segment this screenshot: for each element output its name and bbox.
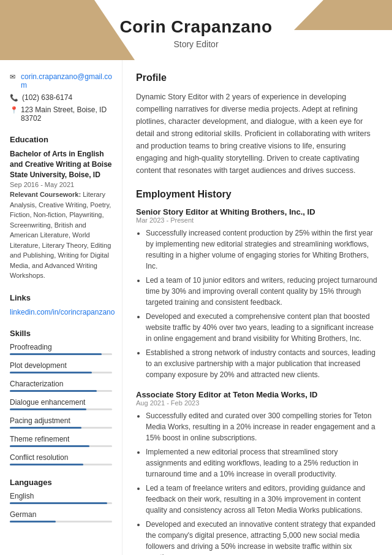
bullet: Developed and executed an innovative con… bbox=[146, 519, 379, 555]
employment-title: Employment History bbox=[136, 189, 379, 202]
bullet: Successfully increased content productio… bbox=[146, 228, 379, 272]
skill-name: Dialogue enhancement bbox=[10, 398, 112, 407]
language-name: German bbox=[10, 510, 112, 519]
address-text: 123 Main Street, Boise, ID 83702 bbox=[21, 105, 112, 123]
skill-name: Theme refinement bbox=[10, 435, 112, 443]
skill-bar-fill bbox=[10, 353, 102, 355]
skill-bar-fill bbox=[10, 445, 89, 447]
email-link[interactable]: corin.crapanzano@gmail.com bbox=[21, 72, 112, 90]
skill-name: Characterization bbox=[10, 380, 112, 388]
language-item: German bbox=[10, 510, 112, 522]
education-section: Education Bachelor of Arts in English an… bbox=[10, 135, 112, 281]
edu-date: Sep 2016 - May 2021 bbox=[10, 181, 112, 188]
skill-bar-bg bbox=[10, 408, 112, 410]
job-title: Senior Story Editor at Whiting Brothers,… bbox=[136, 207, 379, 216]
candidate-title: Story Editor bbox=[12, 39, 380, 49]
bullet: Led a team of freelance writers and edit… bbox=[146, 483, 379, 516]
skill-item: Proofreading bbox=[10, 343, 112, 355]
email-item: ✉ corin.crapanzano@gmail.com bbox=[10, 72, 112, 90]
main-content: Profile Dynamic Story Editor with 2 year… bbox=[123, 60, 392, 555]
bullet: Led a team of 10 junior editors and writ… bbox=[146, 275, 379, 308]
job-date: Mar 2023 - Present bbox=[136, 216, 379, 224]
coursework-label: Relevant Coursework: bbox=[10, 191, 81, 198]
skill-bar-bg bbox=[10, 464, 112, 465]
languages-section: Languages English German bbox=[10, 478, 112, 522]
bullet: Developed and executed a comprehensive c… bbox=[146, 311, 379, 344]
employment-section: Employment History Senior Story Editor a… bbox=[136, 189, 379, 555]
job-date: Aug 2021 - Feb 2023 bbox=[136, 399, 379, 407]
skills-section: Skills Proofreading Plot development Cha… bbox=[10, 329, 112, 465]
linkedin-item: linkedin.com/in/corincrapanzano bbox=[10, 307, 112, 316]
skills-label: Skills bbox=[10, 329, 112, 338]
skill-name: Plot development bbox=[10, 361, 112, 370]
skill-bar-bg bbox=[10, 353, 112, 355]
skill-item: Plot development bbox=[10, 361, 112, 373]
education-label: Education bbox=[10, 135, 112, 144]
header: Corin Crapanzano Story Editor bbox=[0, 0, 392, 60]
body-layout: ✉ corin.crapanzano@gmail.com 📞 (102) 638… bbox=[0, 60, 392, 555]
address-item: 📍 123 Main Street, Boise, ID 83702 bbox=[10, 105, 112, 123]
languages-container: English German bbox=[10, 492, 112, 522]
header-content: Corin Crapanzano Story Editor bbox=[12, 17, 380, 49]
skill-bar-fill bbox=[10, 390, 97, 392]
skill-bar-bg bbox=[10, 390, 112, 392]
phone-icon: 📞 bbox=[10, 94, 18, 102]
skill-bar-fill bbox=[10, 408, 86, 410]
skill-name: Pacing adjustment bbox=[10, 416, 112, 425]
skill-name: Conflict resolution bbox=[10, 453, 112, 462]
coursework-text: Literary Analysis, Creative Writing, Poe… bbox=[10, 191, 111, 279]
job-bullets: Successfully increased content productio… bbox=[136, 228, 379, 380]
languages-label: Languages bbox=[10, 478, 112, 487]
location-icon: 📍 bbox=[10, 106, 17, 114]
job-title: Associate Story Editor at Teton Media Wo… bbox=[136, 390, 379, 399]
linkedin-link[interactable]: linkedin.com/in/corincrapanzano bbox=[10, 308, 115, 316]
skill-bar-bg bbox=[10, 372, 112, 373]
skill-item: Dialogue enhancement bbox=[10, 398, 112, 410]
language-bar-fill bbox=[10, 502, 107, 504]
skill-item: Conflict resolution bbox=[10, 453, 112, 465]
skill-name: Proofreading bbox=[10, 343, 112, 351]
bullet: Established a strong network of industry… bbox=[146, 347, 379, 380]
skill-bar-bg bbox=[10, 427, 112, 429]
bullet: Implemented a new editorial process that… bbox=[146, 446, 379, 480]
bullet: Successfully edited and curated over 300… bbox=[146, 410, 379, 443]
links-label: Links bbox=[10, 293, 112, 302]
candidate-name: Corin Crapanzano bbox=[12, 17, 380, 37]
skill-bar-fill bbox=[10, 372, 92, 373]
language-name: English bbox=[10, 492, 112, 500]
language-bar-bg bbox=[10, 502, 112, 504]
language-bar-bg bbox=[10, 521, 112, 522]
edu-coursework: Relevant Coursework: Literary Analysis, … bbox=[10, 189, 112, 281]
job-item: Senior Story Editor at Whiting Brothers,… bbox=[136, 207, 379, 380]
phone-item: 📞 (102) 638-6174 bbox=[10, 93, 112, 102]
skill-item: Characterization bbox=[10, 380, 112, 392]
profile-title: Profile bbox=[136, 72, 379, 86]
jobs-container: Senior Story Editor at Whiting Brothers,… bbox=[136, 207, 379, 555]
profile-text: Dynamic Story Editor with 2 years of exp… bbox=[136, 91, 379, 177]
language-item: English bbox=[10, 492, 112, 504]
skill-item: Pacing adjustment bbox=[10, 416, 112, 429]
profile-section: Profile Dynamic Story Editor with 2 year… bbox=[136, 72, 379, 177]
skills-container: Proofreading Plot development Characteri… bbox=[10, 343, 112, 465]
skill-item: Theme refinement bbox=[10, 435, 112, 447]
skill-bar-bg bbox=[10, 445, 112, 447]
contact-section: ✉ corin.crapanzano@gmail.com 📞 (102) 638… bbox=[10, 72, 112, 123]
skill-bar-fill bbox=[10, 464, 83, 465]
job-item: Associate Story Editor at Teton Media Wo… bbox=[136, 390, 379, 555]
language-bar-fill bbox=[10, 521, 56, 522]
skill-bar-fill bbox=[10, 427, 81, 429]
sidebar: ✉ corin.crapanzano@gmail.com 📞 (102) 638… bbox=[0, 60, 123, 555]
edu-degree: Bachelor of Arts in English and Creative… bbox=[10, 149, 112, 180]
phone-text: (102) 638-6174 bbox=[22, 93, 72, 102]
email-icon: ✉ bbox=[10, 73, 17, 81]
job-bullets: Successfully edited and curated over 300… bbox=[136, 410, 379, 555]
links-section: Links linkedin.com/in/corincrapanzano bbox=[10, 293, 112, 316]
